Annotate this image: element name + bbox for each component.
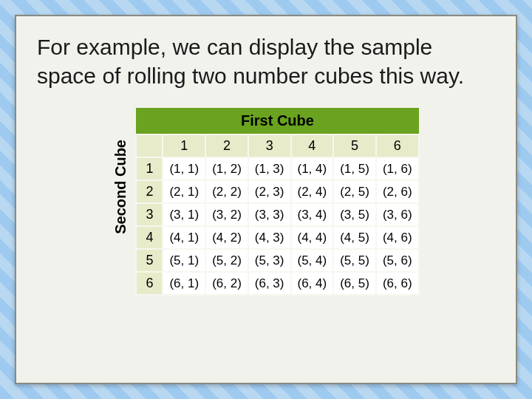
table-row: 3(3, 1)(3, 2)(3, 3)(3, 4)(3, 5)(3, 6) <box>136 203 418 226</box>
col-head-6: 6 <box>376 134 419 157</box>
cell: (1, 4) <box>291 157 334 180</box>
cell: (4, 3) <box>248 226 291 249</box>
cell: (5, 2) <box>205 249 248 272</box>
cell: (6, 5) <box>333 272 376 295</box>
cell: (6, 2) <box>205 272 248 295</box>
cell: (2, 2) <box>205 180 248 203</box>
cell: (2, 6) <box>376 180 419 203</box>
cell: (1, 2) <box>205 157 248 180</box>
cell: (5, 6) <box>376 249 419 272</box>
cell: (3, 2) <box>205 203 248 226</box>
cell: (6, 4) <box>291 272 334 295</box>
cell: (2, 5) <box>333 180 376 203</box>
first-cube-header-row: First Cube <box>136 108 418 134</box>
sample-space-table: First Cube 1 2 3 4 5 6 1(1, 1)(1, 2)(1, … <box>135 108 419 296</box>
slide-title: For example, we can display the sample s… <box>37 33 495 90</box>
first-cube-label: First Cube <box>136 108 418 134</box>
cell: (1, 1) <box>163 157 205 180</box>
table-row: 5(5, 1)(5, 2)(5, 3)(5, 4)(5, 5)(5, 6) <box>136 249 418 272</box>
slide: For example, we can display the sample s… <box>15 15 517 384</box>
corner-cell <box>136 134 163 157</box>
cell: (1, 5) <box>333 157 376 180</box>
table-row: 6(6, 1)(6, 2)(6, 3)(6, 4)(6, 5)(6, 6) <box>136 272 418 295</box>
col-head-3: 3 <box>248 134 291 157</box>
cell: (6, 3) <box>248 272 291 295</box>
cell: (5, 1) <box>163 249 205 272</box>
row-head-4: 4 <box>136 226 163 249</box>
cell: (4, 2) <box>205 226 248 249</box>
cell: (1, 3) <box>248 157 291 180</box>
col-head-5: 5 <box>333 134 376 157</box>
table-row: 1(1, 1)(1, 2)(1, 3)(1, 4)(1, 5)(1, 6) <box>136 157 418 180</box>
cell: (5, 4) <box>291 249 334 272</box>
cell: (3, 3) <box>248 203 291 226</box>
cell: (6, 6) <box>376 272 419 295</box>
row-head-3: 3 <box>136 203 163 226</box>
table-row: 2(2, 1)(2, 2)(2, 3)(2, 4)(2, 5)(2, 6) <box>136 180 418 203</box>
cell: (3, 6) <box>376 203 419 226</box>
cell: (3, 1) <box>163 203 205 226</box>
cell: (4, 5) <box>333 226 376 249</box>
col-head-1: 1 <box>163 134 205 157</box>
table-zone: Second Cube First Cube 1 2 3 4 5 6 1(1, … <box>37 103 495 366</box>
row-head-2: 2 <box>136 180 163 203</box>
cell: (5, 5) <box>333 249 376 272</box>
cell: (3, 5) <box>333 203 376 226</box>
cell: (5, 3) <box>248 249 291 272</box>
cell: (4, 6) <box>376 226 419 249</box>
cell: (2, 4) <box>291 180 334 203</box>
cell: (2, 1) <box>163 180 205 203</box>
col-head-2: 2 <box>205 134 248 157</box>
cell: (4, 1) <box>163 226 205 249</box>
cell: (2, 3) <box>248 180 291 203</box>
row-head-5: 5 <box>136 249 163 272</box>
column-header-row: 1 2 3 4 5 6 <box>136 134 418 157</box>
cell: (1, 6) <box>376 157 419 180</box>
row-head-6: 6 <box>136 272 163 295</box>
cell: (4, 4) <box>291 226 334 249</box>
table-wrap: Second Cube First Cube 1 2 3 4 5 6 1(1, … <box>112 108 419 296</box>
second-cube-label: Second Cube <box>112 140 129 264</box>
cell: (3, 4) <box>291 203 334 226</box>
row-head-1: 1 <box>136 157 163 180</box>
table-row: 4(4, 1)(4, 2)(4, 3)(4, 4)(4, 5)(4, 6) <box>136 226 418 249</box>
cell: (6, 1) <box>163 272 205 295</box>
table-body: 1(1, 1)(1, 2)(1, 3)(1, 4)(1, 5)(1, 6)2(2… <box>136 157 418 295</box>
col-head-4: 4 <box>291 134 334 157</box>
